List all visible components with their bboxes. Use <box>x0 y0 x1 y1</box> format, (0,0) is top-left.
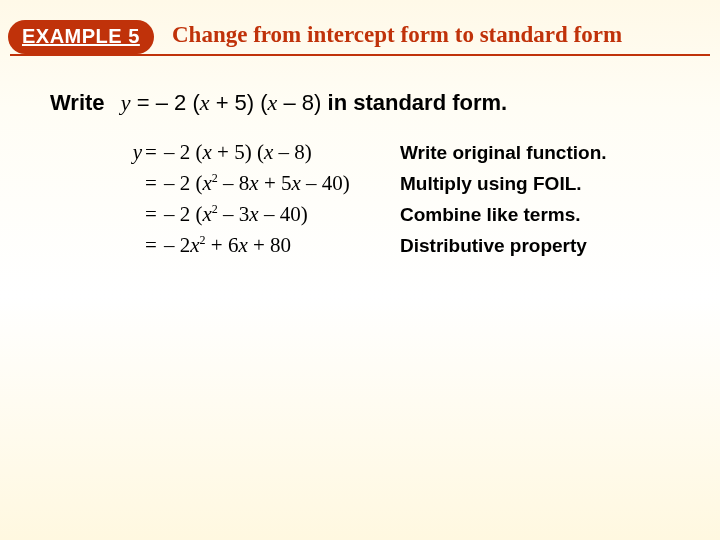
prompt-lead: Write <box>50 90 105 115</box>
prompt-tail: in standard form. <box>328 90 508 115</box>
step-eq: = <box>142 202 160 227</box>
step-explain: Distributive property <box>392 235 656 257</box>
step-row: y = – 2 (x + 5) (x – 8) Write original f… <box>116 140 656 165</box>
step-lhs: y <box>116 140 142 165</box>
prompt-equals: = <box>137 90 150 115</box>
prompt-expr-1: – 2 ( <box>156 90 200 115</box>
slide-page: EXAMPLE 5 Change from intercept form to … <box>0 0 720 540</box>
step-row: = – 2 (x2 – 3x – 40) Combine like terms. <box>116 202 656 227</box>
step-explain: Multiply using FOIL. <box>392 173 656 195</box>
prompt-expr-3: – 8) <box>277 90 321 115</box>
example-pill: EXAMPLE 5 <box>8 20 154 54</box>
step-rhs: – 2 (x2 – 8x + 5x – 40) <box>160 171 392 196</box>
slide-title: Change from intercept form to standard f… <box>172 22 622 48</box>
prompt-var: y <box>121 90 131 115</box>
step-eq: = <box>142 140 160 165</box>
step-explain: Combine like terms. <box>392 204 656 226</box>
step-rhs: – 2 (x2 – 3x – 40) <box>160 202 392 227</box>
step-eq: = <box>142 233 160 258</box>
step-eq: = <box>142 171 160 196</box>
prompt-x1: x <box>200 90 210 115</box>
step-rhs: – 2x2 + 6x + 80 <box>160 233 392 258</box>
step-row: = – 2 (x2 – 8x + 5x – 40) Multiply using… <box>116 171 656 196</box>
step-explain: Write original function. <box>392 142 656 164</box>
step-row: = – 2x2 + 6x + 80 Distributive property <box>116 233 656 258</box>
prompt-expr-2: + 5) ( <box>210 90 268 115</box>
header-rule <box>10 54 710 56</box>
prompt-x2: x <box>268 90 278 115</box>
work-area: y = – 2 (x + 5) (x – 8) Write original f… <box>116 140 656 264</box>
problem-prompt: Write y = – 2 (x + 5) (x – 8) in standar… <box>50 90 507 116</box>
step-rhs: – 2 (x + 5) (x – 8) <box>160 140 392 165</box>
